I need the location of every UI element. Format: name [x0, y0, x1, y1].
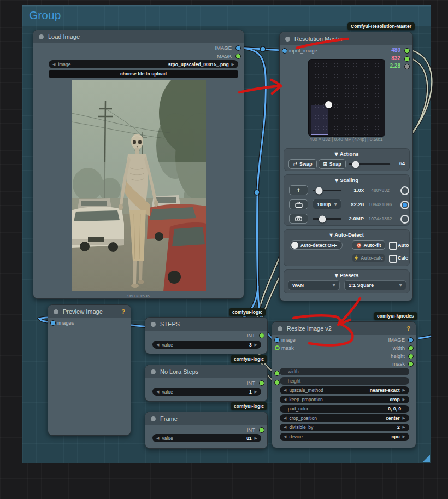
next-arrow-icon[interactable]: ▶: [403, 435, 405, 439]
next-arrow-icon[interactable]: ▶: [403, 416, 405, 420]
snap-slider-thumb[interactable]: [352, 161, 359, 168]
divisible-by-widget[interactable]: ◀ divisible_by 2 ▶: [280, 424, 409, 431]
next-arrow-icon[interactable]: ▶: [255, 390, 257, 394]
device-widget[interactable]: ◀ device cpu ▶: [280, 433, 409, 441]
group-resize-handle[interactable]: [422, 455, 430, 462]
scale-slider[interactable]: [313, 190, 341, 191]
prev-arrow-icon[interactable]: ◀: [284, 416, 286, 420]
auto-fit-button[interactable]: Auto-fit: [352, 240, 385, 250]
next-arrow-icon[interactable]: ▶: [255, 343, 257, 347]
scale-radio-2-selected[interactable]: [400, 201, 409, 209]
output-port-int[interactable]: [259, 380, 264, 386]
scale-radio-1[interactable]: [400, 186, 409, 195]
input-port-mask[interactable]: [275, 345, 280, 350]
pad-color-widget[interactable]: pad_color 0, 0, 0: [280, 405, 409, 413]
prev-arrow-icon[interactable]: ◀: [52, 62, 55, 67]
node-preview-image-header[interactable]: Preview Image ?: [48, 305, 131, 318]
snap-slider[interactable]: [349, 163, 390, 165]
prev-arrow-icon[interactable]: ◀: [284, 388, 286, 392]
collapse-dot-icon[interactable]: [151, 369, 156, 374]
prev-arrow-icon[interactable]: ◀: [284, 425, 286, 430]
megapixel-button[interactable]: [289, 214, 308, 224]
snap-button[interactable]: ⊞ Snap: [319, 159, 346, 169]
image-combo-widget[interactable]: ◀ image srpo_upscaled_00015_.png ▶: [49, 60, 238, 68]
calc-checkbox[interactable]: [389, 255, 397, 263]
resolution-selection-rect[interactable]: [311, 105, 328, 135]
input-port-input-image[interactable]: [282, 48, 287, 54]
output-port-int[interactable]: [259, 427, 264, 433]
node-no-lora-steps-header[interactable]: No Lora Steps: [145, 365, 267, 378]
collapse-icon[interactable]: ▼: [329, 233, 333, 238]
preset-aspect-dropdown[interactable]: 1:1 Square ▼: [344, 280, 406, 290]
output-port-height[interactable]: [404, 56, 410, 62]
prev-arrow-icon[interactable]: ◀: [156, 436, 159, 441]
output-port-mask[interactable]: [235, 54, 241, 59]
auto-calc-button[interactable]: Auto-calc: [352, 254, 385, 262]
keep-proportion-widget[interactable]: ◀ keep_proportion crop ▶: [280, 396, 409, 403]
input-port-height-widget[interactable]: [274, 380, 280, 385]
crop-position-widget[interactable]: ◀ crop_position center ▶: [280, 414, 409, 422]
input-port-image[interactable]: [274, 337, 280, 343]
output-port-width[interactable]: [404, 48, 410, 54]
resolution-preset-dropdown[interactable]: 1080p ▼: [313, 199, 341, 209]
scale-slider-thumb[interactable]: [316, 187, 323, 194]
output-port-ratio[interactable]: [404, 64, 410, 69]
megapixel-slider-thumb[interactable]: [319, 215, 326, 222]
value-widget[interactable]: ◀ value 81 ▶: [152, 434, 261, 442]
resolution-drag-handle[interactable]: [325, 101, 332, 108]
help-icon[interactable]: ?: [406, 325, 410, 332]
value-widget[interactable]: ◀ value 3 ▶: [152, 341, 261, 349]
prev-arrow-icon[interactable]: ◀: [284, 397, 286, 402]
prev-arrow-icon[interactable]: ◀: [156, 390, 159, 394]
next-arrow-icon[interactable]: ▶: [255, 436, 257, 441]
auto-detect-toggle[interactable]: Auto-detect OFF: [290, 240, 343, 250]
collapse-dot-icon[interactable]: [285, 37, 290, 42]
auto-checkbox[interactable]: [389, 242, 397, 250]
scale-radio-3[interactable]: [400, 215, 409, 224]
output-port-image[interactable]: [408, 337, 414, 343]
output-port-width[interactable]: [408, 345, 414, 351]
prev-arrow-icon[interactable]: ◀: [284, 435, 286, 439]
choose-file-button[interactable]: choose file to upload: [49, 70, 238, 78]
collapse-icon[interactable]: ▼: [335, 152, 338, 157]
group-title[interactable]: Group: [29, 9, 61, 22]
collapse-dot-icon[interactable]: [151, 416, 156, 421]
output-port-image[interactable]: [235, 45, 241, 51]
input-port-width-widget[interactable]: [274, 371, 280, 376]
output-port-mask[interactable]: [408, 361, 414, 367]
prev-arrow-icon[interactable]: ◀: [156, 343, 159, 347]
collapse-dot-icon[interactable]: [278, 326, 282, 331]
megapixel-slider[interactable]: [313, 218, 341, 220]
node-resolution-master-header[interactable]: Resolution Master: [280, 32, 412, 45]
swap-button[interactable]: ⇄ Swap: [288, 159, 317, 169]
next-arrow-icon[interactable]: ▶: [403, 425, 405, 430]
node-load-image-header[interactable]: Load Image: [33, 30, 244, 43]
loaded-image-preview[interactable]: [72, 80, 206, 291]
next-arrow-icon[interactable]: ▶: [403, 388, 405, 392]
collapse-dot-icon[interactable]: [39, 34, 44, 39]
next-arrow-icon[interactable]: ▶: [403, 397, 405, 402]
node-frame-header[interactable]: Frame: [145, 412, 267, 425]
collapse-dot-icon[interactable]: [151, 322, 156, 327]
resolution-canvas[interactable]: [308, 59, 385, 137]
upscale-method-widget[interactable]: ◀ upscale_method nearest-exact ▶: [280, 386, 409, 394]
auto-fit-label: Auto-fit: [364, 243, 381, 248]
value-widget[interactable]: ◀ value 1 ▶: [152, 388, 261, 396]
next-arrow-icon[interactable]: ▶: [232, 62, 234, 67]
comfyui-canvas[interactable]: { "colors":{ "accent_blue":"#4da3e0","wi…: [0, 0, 448, 499]
node-resize-image-v2-header[interactable]: Resize Image v2 ?: [272, 322, 416, 335]
toggle-knob[interactable]: [291, 242, 298, 249]
collapse-icon[interactable]: ▼: [335, 178, 338, 183]
collapse-icon[interactable]: ▼: [335, 273, 338, 278]
width-linked-widget[interactable]: width: [280, 368, 409, 375]
height-linked-widget[interactable]: height: [280, 377, 409, 385]
scale-up-button[interactable]: ↑: [289, 185, 308, 195]
output-port-height[interactable]: [408, 354, 414, 359]
help-icon[interactable]: ?: [121, 308, 125, 315]
tv-preset-button[interactable]: [289, 199, 308, 209]
preset-category-dropdown[interactable]: WAN ▼: [288, 280, 340, 290]
input-port-images[interactable]: [50, 320, 56, 326]
collapse-dot-icon[interactable]: [54, 309, 58, 314]
output-port-int[interactable]: [259, 333, 264, 338]
node-steps-header[interactable]: STEPS: [145, 318, 267, 331]
